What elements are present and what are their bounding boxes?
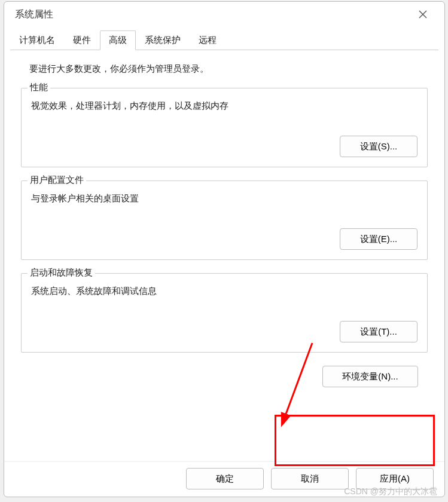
user-profiles-title: 用户配置文件 xyxy=(28,175,86,186)
watermark: CSDN @努力中的大冰雹 xyxy=(344,486,437,497)
tab-body-advanced: 要进行大多数更改，你必须作为管理员登录。 性能 视觉效果，处理器计划，内存使用，… xyxy=(10,50,438,455)
ok-button[interactable]: 确定 xyxy=(186,468,264,489)
startup-recovery-title: 启动和故障恢复 xyxy=(28,267,95,278)
titlebar: 系统属性 xyxy=(4,2,444,27)
close-icon xyxy=(419,10,427,19)
startup-recovery-settings-button[interactable]: 设置(T)... xyxy=(340,321,417,342)
cancel-button[interactable]: 取消 xyxy=(271,468,349,489)
startup-recovery-desc: 系统启动、系统故障和调试信息 xyxy=(31,286,417,297)
env-vars-row: 环境变量(N)... xyxy=(21,366,428,387)
system-properties-dialog: 系统属性 计算机名 硬件 高级 系统保护 远程 要进行大多数更改，你必须作为管理… xyxy=(4,1,445,497)
tab-remote[interactable]: 远程 xyxy=(190,30,225,50)
window-title: 系统属性 xyxy=(15,8,53,21)
content-area: 计算机名 硬件 高级 系统保护 远程 要进行大多数更改，你必须作为管理员登录。 … xyxy=(4,27,444,461)
tab-system-protection[interactable]: 系统保护 xyxy=(136,30,190,50)
close-button[interactable] xyxy=(412,4,434,25)
admin-note: 要进行大多数更改，你必须作为管理员登录。 xyxy=(29,63,428,75)
tab-computer-name[interactable]: 计算机名 xyxy=(10,30,64,50)
user-profiles-settings-button[interactable]: 设置(E)... xyxy=(340,228,417,250)
environment-variables-button[interactable]: 环境变量(N)... xyxy=(322,366,418,387)
user-profiles-group: 用户配置文件 与登录帐户相关的桌面设置 设置(E)... xyxy=(21,180,428,260)
performance-settings-button[interactable]: 设置(S)... xyxy=(340,136,417,157)
performance-desc: 视觉效果，处理器计划，内存使用，以及虚拟内存 xyxy=(31,100,417,112)
user-profiles-desc: 与登录帐户相关的桌面设置 xyxy=(31,193,417,204)
performance-group: 性能 视觉效果，处理器计划，内存使用，以及虚拟内存 设置(S)... xyxy=(21,88,428,167)
tab-advanced[interactable]: 高级 xyxy=(100,30,136,50)
tab-hardware[interactable]: 硬件 xyxy=(64,30,100,50)
tab-strip: 计算机名 硬件 高级 系统保护 远程 xyxy=(10,30,438,50)
annotation-highlight xyxy=(275,415,435,466)
startup-recovery-group: 启动和故障恢复 系统启动、系统故障和调试信息 设置(T)... xyxy=(21,273,428,353)
performance-title: 性能 xyxy=(28,82,50,93)
